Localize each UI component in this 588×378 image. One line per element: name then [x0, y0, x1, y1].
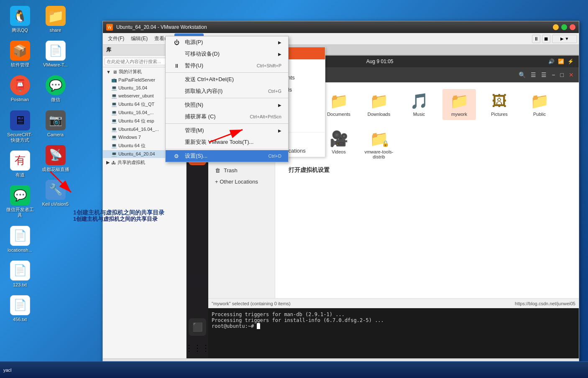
icon-keil[interactable]: 🔧 Keil uVision5	[40, 178, 71, 209]
menu-manage[interactable]: 管理(M) ▶	[166, 125, 288, 136]
fm-sidebar-other-locations[interactable]: + Other Locations	[208, 176, 275, 187]
fm-file-documents[interactable]: 📁 Documents	[322, 89, 355, 120]
icon-camera[interactable]: 📷 Camera	[40, 109, 71, 139]
taskbar-terminal[interactable]: ⬛	[189, 318, 206, 336]
fm-file-downloads[interactable]: 📁 Downloads	[362, 89, 396, 120]
fm-file-public-label: Public	[533, 112, 546, 117]
terminal-line-3: root@ubuntu:~#	[212, 323, 575, 329]
icon-locationsh[interactable]: 📄 locationsh...	[4, 224, 36, 255]
manage-submenu-arrow: ▶	[278, 128, 281, 133]
screen-taskbar: yacl	[0, 361, 588, 378]
menu-removable[interactable]: 可移动设备(D) ▶	[166, 48, 288, 60]
icon-weichat[interactable]: 💬 微信	[40, 74, 71, 104]
desktop-icon-area: 🐧 腾讯QQ 📦 软件管理 📮 Postman 🖥 SecureCRT·快捷方式…	[0, 0, 71, 360]
fm-file-mywork[interactable]: 📁 mywork	[442, 89, 476, 120]
expand-icon2: ▶	[106, 160, 110, 165]
fm-file-mywork-label: mywork	[451, 112, 467, 117]
fm-window-max[interactable]: □	[559, 71, 565, 79]
menu-power[interactable]: ⏻ 电源(P) ▶	[166, 36, 288, 48]
expand-icon: ▼	[106, 69, 111, 74]
fm-file-videos-label: Videos	[332, 149, 345, 154]
capture-shortcut: Ctrl+Alt+PrtScn	[250, 114, 281, 119]
menu-cad[interactable]: 发送 Ctrl+Alt+Del(E)	[166, 74, 288, 85]
sep2	[166, 98, 288, 98]
fm-file-pictures[interactable]: 🖼 Pictures	[483, 89, 516, 120]
ubuntu-status-icons: 🔊📶⚡	[548, 59, 574, 64]
icon-broadcast[interactable]: 📡 成都花椒直播	[40, 143, 71, 174]
trash-icon: 🗑	[215, 167, 220, 174]
icon-postman-label: Postman	[11, 97, 29, 102]
maximize-button[interactable]	[561, 24, 567, 30]
fm-file-music[interactable]: 🎵 Music	[402, 89, 436, 120]
menu-snapshot[interactable]: 快照(N) ▶	[166, 99, 288, 111]
menu-snapshot-label: 快照(N)	[185, 101, 203, 109]
fm-file-pictures-label: Pictures	[491, 112, 508, 117]
menu-capture-screen[interactable]: 捕获屏幕 (C) Ctrl+Alt+PrtScn	[166, 111, 288, 123]
icon-wechat-dev[interactable]: 💬 微信开发者工具	[4, 184, 36, 220]
icon-keil-label: Keil uVision5	[42, 202, 69, 207]
terminal-line-1: Processing triggers for man-db (2.9.1-1)…	[212, 312, 575, 317]
menu-pause-label: 暂停(U)	[185, 62, 203, 69]
menu-grab-input-label: 抓取输入内容(I)	[185, 87, 222, 95]
fm-view-icon[interactable]: ☰	[529, 71, 538, 79]
ubuntu-time: Aug 9 01:05	[366, 59, 394, 64]
menu-capture-screen-label: 捕获屏幕 (C)	[185, 113, 216, 120]
menu-settings[interactable]: ⚙ 设置(S)... Ctrl+D	[166, 150, 288, 162]
fm-window-close[interactable]: ✕	[567, 71, 575, 79]
icon-share[interactable]: 📁 share	[40, 4, 71, 35]
icon-youao[interactable]: 有 有道	[4, 149, 36, 179]
menu-file[interactable]: 文件(F)	[105, 33, 128, 44]
fm-sidebar-trash[interactable]: 🗑 Trash	[208, 165, 275, 176]
menu-edit[interactable]: 编辑(E)	[128, 33, 151, 44]
icon-software-mgr[interactable]: 📦 软件管理	[4, 39, 36, 69]
menu-reinstall-tools[interactable]: 重新安装 VMware Tools(T)...	[166, 136, 288, 148]
icon-youao-label: 有道	[15, 172, 25, 178]
pause-button[interactable]: ⏸	[532, 35, 540, 43]
icon-wechat-dev-label: 微信开发者工具	[6, 207, 34, 218]
ubuntu-terminal: Processing triggers for man-db (2.9.1-1)…	[208, 308, 579, 358]
grab-shortcut: Ctrl+G	[268, 89, 281, 94]
fm-file-public[interactable]: 📁 Public	[523, 89, 556, 120]
icon-securecrt[interactable]: 🖥 SecureCRT·快捷方式	[4, 109, 36, 145]
taskbar-grid[interactable]: ⋮⋮⋮	[189, 339, 206, 357]
icon-locationsh-label: locationsh...	[8, 248, 32, 253]
removable-submenu-arrow: ▶	[278, 52, 281, 56]
shared-icon: 🖧	[111, 160, 116, 165]
fm-file-vmware-tools[interactable]: 📁 🔒 vmware-tools-distrib	[362, 127, 396, 163]
tree-shared-label: 共享的虚拟机	[118, 159, 145, 166]
fm-menu-icon[interactable]: ☰	[539, 71, 548, 79]
other-locations-label: + Other Locations	[215, 179, 258, 185]
stop-button[interactable]: ⏹	[542, 35, 550, 43]
menu-cad-label: 发送 Ctrl+Alt+Del(E)	[185, 76, 234, 83]
fm-search-icon[interactable]: 🔍	[517, 71, 527, 79]
menu-grab-input[interactable]: 抓取输入内容(I) Ctrl+G	[166, 85, 288, 97]
fm-file-videos[interactable]: 🎥 Videos	[322, 127, 355, 163]
settings-icon: ⚙	[172, 153, 181, 159]
vm-dropdown-menu: ⏻ 电源(P) ▶ 可移动设备(D) ▶ ⏸ 暂停(U) Ctrl+Shift+…	[165, 36, 289, 162]
minimize-button[interactable]	[553, 24, 559, 30]
fm-statusbar: "mywork" selected (containing 0 items) h…	[208, 298, 579, 308]
desktop: 🐧 腾讯QQ 📦 软件管理 📮 Postman 🖥 SecureCRT·快捷方式…	[0, 0, 588, 378]
icon-123txt-label: 123.txt	[13, 282, 27, 288]
fm-blog-url: https://blog.csdn.net/junwei05	[515, 301, 575, 306]
fm-file-music-label: Music	[413, 112, 425, 117]
pc-icon: 🖥	[112, 69, 117, 74]
icon-software-mgr-label: 软件管理	[11, 62, 29, 68]
icon-qq[interactable]: 🐧 腾讯QQ	[4, 4, 36, 35]
icon-qq-label: 腾讯QQ	[12, 28, 28, 33]
settings-shortcut: Ctrl+D	[268, 153, 281, 158]
fm-file-downloads-label: Downloads	[368, 112, 390, 117]
close-button[interactable]	[570, 24, 575, 30]
icon-weichat-label: 微信	[51, 97, 60, 102]
sep4	[166, 149, 288, 149]
power-button[interactable]: ▶ ▼	[552, 35, 577, 43]
fm-status-text: "mywork" selected (containing 0 items)	[212, 301, 291, 306]
pause-icon: ⏸	[172, 63, 181, 69]
icon-456txt[interactable]: 📄 456.txt	[4, 294, 36, 324]
menu-removable-label: 可移动设备(D)	[185, 50, 220, 58]
icon-vmware-t[interactable]: 📄 VMware-T...	[40, 39, 71, 69]
fm-window-min[interactable]: −	[550, 71, 557, 79]
icon-123txt[interactable]: 📄 123.txt	[4, 259, 36, 289]
menu-pause[interactable]: ⏸ 暂停(U) Ctrl+Shift+P	[166, 60, 288, 72]
icon-postman[interactable]: 📮 Postman	[4, 74, 36, 104]
